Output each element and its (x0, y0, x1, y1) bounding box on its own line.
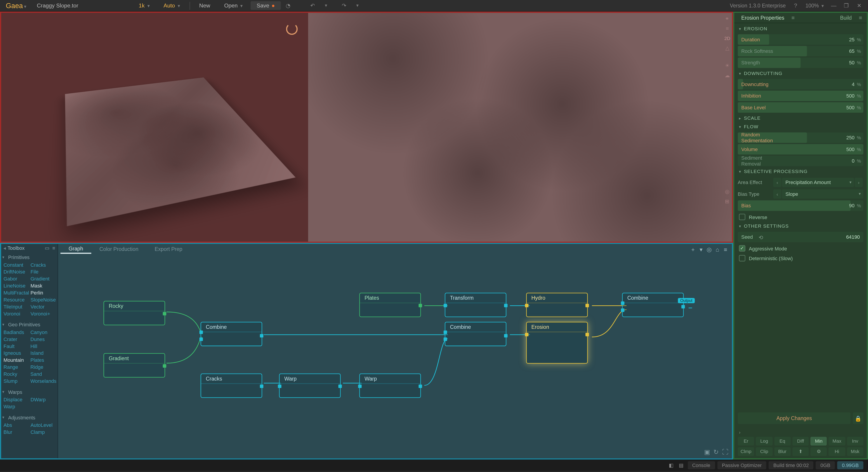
toolbox-item[interactable]: Blur (3, 429, 29, 436)
node-warp-2[interactable]: Warp (359, 374, 421, 398)
node-rocky[interactable]: Rocky (103, 301, 165, 325)
tab-color-production[interactable]: Color Production (91, 245, 147, 253)
slider-sediment-removal[interactable]: Sediment Removal0% (738, 156, 864, 166)
graph-menu-icon[interactable]: ≡ (721, 246, 730, 252)
node-gradient[interactable]: Gradient (103, 353, 165, 378)
tab-export-prep[interactable]: Export Prep (147, 245, 190, 253)
node-graph-canvas[interactable]: Graph Color Production Export Prep + ▾ ◎… (58, 244, 732, 458)
toolbox-item[interactable]: Displace (3, 396, 29, 403)
node-combine-3[interactable]: CombineOutput (622, 293, 684, 317)
quick-button[interactable]: Inv (847, 437, 864, 446)
undo-history-icon[interactable]: ▾ (320, 1, 331, 10)
node-cracks[interactable]: Cracks (200, 374, 262, 398)
maximize-icon[interactable]: ❐ (841, 1, 852, 10)
section-selective-processing[interactable]: SELECTIVE PROCESSING (738, 167, 864, 176)
toolbox-item[interactable]: TileInput (3, 303, 29, 310)
link-views-icon[interactable]: ⚭ (723, 14, 732, 23)
toolbox-item[interactable]: Crater (3, 336, 29, 343)
node-combine-2[interactable]: Combine (445, 322, 506, 346)
toolbox-item[interactable]: Perlin (31, 289, 56, 296)
grid-icon[interactable]: ⊞ (723, 197, 732, 205)
toolbox-item[interactable]: Constant (3, 261, 29, 268)
status-icon-1[interactable]: ◧ (669, 462, 674, 468)
toolbox-item[interactable]: Rocky (3, 371, 29, 378)
lock-icon[interactable]: 🔒 (853, 412, 863, 424)
new-button[interactable]: New (193, 1, 216, 11)
quick-button[interactable]: Hi (829, 447, 845, 456)
toolbox-item[interactable]: Clamp (31, 429, 56, 436)
redo-icon[interactable]: ↷ (339, 1, 349, 10)
toolbox-item[interactable]: Range (3, 364, 29, 371)
toolbox-section[interactable]: Geo Primitives (1, 319, 57, 329)
node-combine-1[interactable]: Combine (200, 322, 262, 346)
quick-button[interactable]: Clmp (738, 447, 754, 456)
toolbox-section[interactable]: Adjustments (1, 412, 57, 422)
toolbox-item[interactable]: Gradient (31, 275, 56, 282)
build-menu-icon[interactable]: ≡ (857, 14, 865, 21)
checkbox-deterministic[interactable]: Deterministic (Slow) (738, 253, 864, 263)
select-bias-type[interactable]: Bias Type ‹ Slope▾ (738, 189, 864, 199)
toolbox-item[interactable]: Cracks (31, 261, 56, 268)
select-area-effect[interactable]: Area Effect ‹ Precipitation Amount▾ › (738, 177, 864, 188)
toolbox-item[interactable]: MultiFractal (3, 289, 29, 296)
quick-button[interactable]: Blur (774, 447, 791, 456)
close-icon[interactable]: ✕ (854, 1, 864, 10)
tab-properties[interactable]: Erosion Properties (737, 13, 789, 22)
toolbox-item[interactable]: Vector (31, 303, 56, 310)
section-flow[interactable]: FLOW (738, 123, 864, 131)
toolbox-item[interactable]: File (31, 268, 56, 275)
quickbuttons-expand-icon[interactable]: › (739, 430, 741, 435)
graph-person-icon[interactable]: ⛶ (722, 448, 728, 456)
cloud-icon[interactable]: ☁ (723, 71, 732, 79)
section-downcutting[interactable]: DOWNCUTTING (738, 69, 864, 78)
app-logo[interactable]: Gaea▾ (2, 1, 30, 9)
quick-button[interactable]: ⬆ (792, 447, 809, 456)
toolbox-item[interactable]: Plates (30, 357, 56, 364)
layers-icon[interactable]: ≡ (723, 24, 732, 33)
graph-target-icon[interactable]: ◎ (705, 246, 713, 252)
toolbox-section[interactable]: Primitives (1, 252, 57, 261)
toolbox-item[interactable]: Mask (31, 282, 56, 289)
props-menu-icon[interactable]: ≡ (789, 14, 797, 21)
toolbox-item[interactable]: Abs (3, 422, 29, 429)
status-icon-2[interactable]: ▤ (679, 462, 684, 468)
checkbox-aggressive[interactable]: ✓Aggressive Mode (738, 243, 864, 254)
quick-button[interactable]: Max (829, 437, 845, 446)
node-hydro[interactable]: Hydro (526, 293, 588, 317)
toolbox-view-icon[interactable]: ▭ (45, 245, 50, 251)
slider-random-sedimentation[interactable]: Random Sedimentation250% (738, 132, 864, 143)
tab-graph[interactable]: Graph (60, 244, 91, 254)
ortho-icon[interactable]: △ (723, 44, 732, 52)
quick-button[interactable]: Er (738, 437, 754, 446)
section-erosion[interactable]: EROSION (738, 24, 864, 33)
help-icon[interactable]: ? (790, 1, 801, 10)
viewport-2d[interactable] (308, 13, 732, 242)
resolution-dropdown[interactable]: 1k ▾ (133, 1, 156, 11)
slider-inhibition[interactable]: Inhibition500% (738, 91, 864, 101)
apply-changes-button[interactable]: Apply Changes (738, 412, 850, 424)
quick-button[interactable]: Log (756, 437, 772, 446)
quick-button[interactable]: Clip (756, 447, 772, 456)
graph-refresh-icon[interactable]: ↻ (713, 448, 719, 456)
tab-build[interactable]: Build (835, 13, 857, 22)
checkbox-reverse[interactable]: Reverse (738, 212, 864, 222)
slider-duration[interactable]: Duration25% (738, 34, 864, 45)
viewport-3d[interactable] (1, 13, 308, 242)
toolbox-item[interactable]: Ridge (30, 364, 56, 371)
toolbox-item[interactable]: Canyon (30, 329, 56, 336)
node-transform[interactable]: Transform (445, 293, 506, 317)
toolbox-item[interactable]: Hill (30, 343, 56, 349)
slider-strength[interactable]: Strength50% (738, 58, 864, 68)
toolbox-item[interactable]: Badlands (3, 329, 29, 336)
slider-base-level[interactable]: Base Level500% (738, 102, 864, 113)
toolbox-item[interactable]: Voronoi+ (31, 310, 56, 317)
node-warp-1[interactable]: Warp (279, 374, 341, 398)
passive-optimizer-button[interactable]: Passive Optimizer (717, 461, 766, 469)
node-plates[interactable]: Plates (359, 293, 421, 317)
toolbox-item[interactable]: Island (30, 349, 56, 357)
toolbox-item[interactable]: Warp (3, 403, 29, 410)
section-scale[interactable]: SCALE (738, 114, 864, 123)
undo-icon[interactable]: ↶ (307, 1, 318, 10)
slider-rock-softness[interactable]: Rock Softness65% (738, 46, 864, 56)
toolbox-item[interactable]: Mountain (3, 357, 29, 364)
